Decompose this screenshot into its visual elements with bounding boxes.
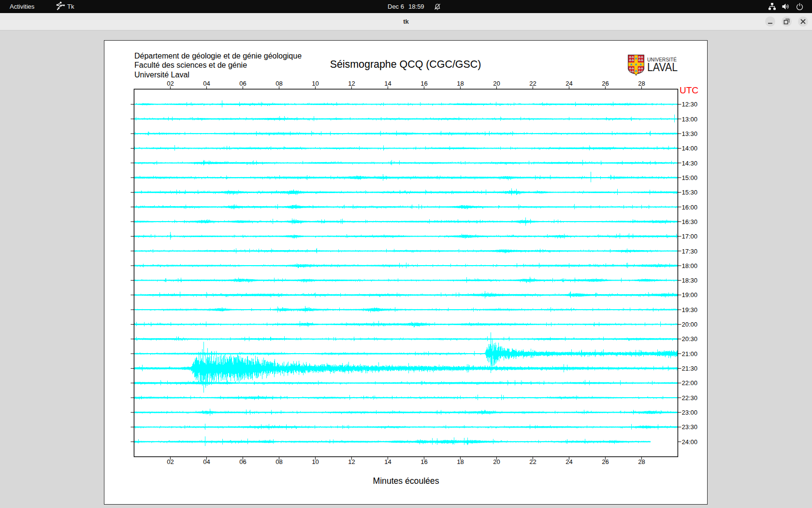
svg-text:23:00: 23:00: [682, 409, 698, 416]
svg-text:20:00: 20:00: [682, 321, 698, 328]
svg-text:13:00: 13:00: [682, 116, 698, 123]
svg-text:16: 16: [420, 80, 427, 87]
svg-text:Département de géologie et de: Département de géologie et de génie géol…: [134, 52, 302, 60]
svg-text:22:30: 22:30: [682, 394, 698, 402]
svg-text:22:00: 22:00: [682, 379, 698, 387]
svg-text:21:30: 21:30: [682, 365, 698, 372]
svg-text:Minutes écoulées: Minutes écoulées: [373, 476, 439, 486]
svg-text:20:30: 20:30: [682, 335, 698, 343]
svg-text:14:30: 14:30: [682, 160, 698, 167]
svg-text:13:30: 13:30: [682, 130, 698, 137]
svg-text:24: 24: [566, 80, 572, 87]
svg-text:22: 22: [529, 80, 536, 87]
svg-text:LAVAL: LAVAL: [647, 61, 678, 74]
svg-text:18:00: 18:00: [682, 262, 698, 269]
svg-text:15:30: 15:30: [682, 189, 698, 196]
svg-text:21:00: 21:00: [682, 350, 698, 358]
svg-text:26: 26: [602, 80, 609, 87]
svg-text:20: 20: [493, 80, 500, 87]
svg-text:08: 08: [276, 80, 282, 87]
svg-text:19:00: 19:00: [682, 291, 698, 299]
svg-text:Séismographe QCQ (CGC/GSC): Séismographe QCQ (CGC/GSC): [330, 59, 481, 70]
svg-text:28: 28: [638, 80, 645, 87]
svg-text:19:30: 19:30: [682, 306, 698, 314]
svg-text:18:30: 18:30: [682, 277, 698, 284]
svg-text:Faculté des sciences et de gén: Faculté des sciences et de génie: [134, 61, 247, 69]
svg-text:15:00: 15:00: [682, 174, 698, 181]
svg-text:12: 12: [348, 80, 355, 87]
svg-text:06: 06: [239, 80, 246, 87]
svg-text:04: 04: [203, 80, 210, 87]
svg-text:16:00: 16:00: [682, 204, 698, 211]
svg-text:24:00: 24:00: [682, 438, 698, 446]
svg-text:UTC: UTC: [680, 85, 698, 95]
svg-text:23:30: 23:30: [682, 423, 698, 431]
svg-text:14:00: 14:00: [682, 145, 698, 152]
svg-text:16:30: 16:30: [682, 218, 698, 225]
svg-text:02: 02: [167, 80, 174, 87]
svg-text:14: 14: [384, 80, 391, 87]
svg-text:Université Laval: Université Laval: [134, 71, 189, 79]
svg-text:17:00: 17:00: [682, 233, 698, 240]
svg-text:18: 18: [457, 80, 464, 87]
svg-text:12:30: 12:30: [682, 101, 698, 108]
svg-text:10: 10: [312, 80, 319, 87]
svg-text:17:30: 17:30: [682, 248, 698, 255]
